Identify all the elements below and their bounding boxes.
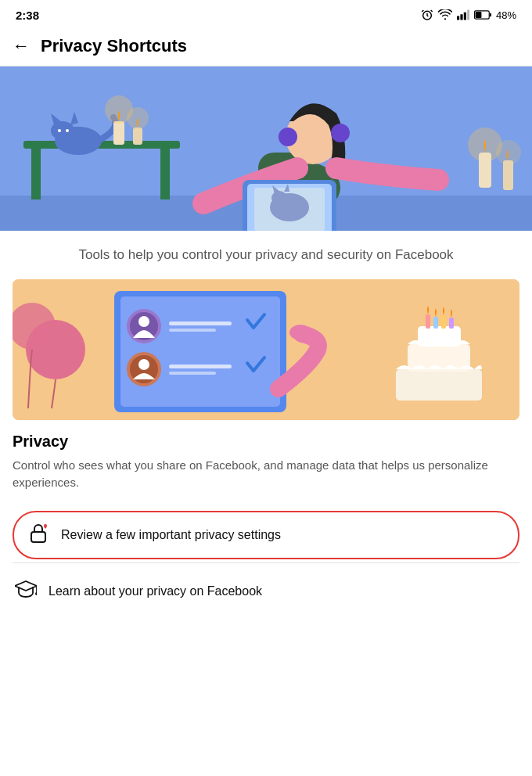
svg-point-27 bbox=[331, 124, 350, 142]
lock-heart-icon bbox=[27, 522, 50, 548]
svg-rect-12 bbox=[160, 149, 170, 199]
svg-rect-59 bbox=[433, 317, 438, 329]
svg-rect-38 bbox=[503, 160, 513, 190]
learn-privacy-text: Learn about your privacy on Facebook bbox=[49, 584, 262, 598]
back-button[interactable]: ← bbox=[13, 38, 30, 55]
svg-rect-4 bbox=[467, 10, 469, 20]
subtitle-text: Tools to help you control your privacy a… bbox=[0, 231, 532, 279]
wifi-icon bbox=[438, 9, 452, 20]
svg-rect-2 bbox=[460, 14, 462, 20]
svg-rect-62 bbox=[31, 532, 45, 542]
svg-rect-60 bbox=[441, 315, 446, 329]
svg-rect-7 bbox=[476, 12, 482, 18]
svg-rect-48 bbox=[169, 329, 216, 332]
svg-point-18 bbox=[66, 129, 69, 132]
svg-rect-37 bbox=[479, 153, 491, 188]
privacy-section: Privacy Control who sees what you share … bbox=[0, 420, 532, 511]
battery-icon bbox=[474, 10, 491, 20]
svg-rect-53 bbox=[169, 372, 216, 375]
status-bar: 2:38 48% bbox=[0, 0, 532, 28]
svg-point-32 bbox=[271, 191, 287, 205]
hero-illustration bbox=[0, 66, 532, 231]
svg-point-26 bbox=[279, 128, 297, 146]
svg-point-46 bbox=[138, 316, 149, 327]
status-icons: 48% bbox=[421, 9, 516, 21]
svg-point-65 bbox=[35, 592, 37, 595]
battery-percent: 48% bbox=[496, 9, 516, 21]
svg-rect-6 bbox=[490, 13, 491, 17]
svg-point-51 bbox=[138, 359, 149, 370]
nav-bar: ← Privacy Shortcuts bbox=[0, 28, 532, 66]
svg-point-54 bbox=[289, 325, 311, 340]
svg-rect-61 bbox=[449, 318, 454, 329]
graduation-cap-icon bbox=[14, 579, 38, 604]
menu-divider-1 bbox=[13, 562, 519, 563]
alarm-icon bbox=[421, 9, 433, 21]
svg-point-17 bbox=[58, 129, 61, 132]
svg-rect-3 bbox=[464, 13, 466, 20]
review-settings-text: Review a few important privacy settings bbox=[61, 528, 281, 542]
svg-rect-1 bbox=[457, 16, 459, 20]
svg-rect-11 bbox=[31, 149, 41, 199]
svg-rect-55 bbox=[396, 369, 482, 401]
svg-rect-47 bbox=[169, 322, 232, 325]
review-settings-item[interactable]: Review a few important privacy settings bbox=[13, 511, 519, 559]
svg-rect-58 bbox=[426, 314, 430, 329]
privacy-illustration bbox=[13, 279, 519, 420]
svg-rect-52 bbox=[169, 365, 232, 368]
privacy-banner bbox=[13, 279, 519, 420]
learn-privacy-item[interactable]: Learn about your privacy on Facebook bbox=[0, 566, 532, 616]
privacy-description: Control who sees what you share on Faceb… bbox=[13, 457, 519, 492]
page-title: Privacy Shortcuts bbox=[41, 36, 187, 56]
privacy-title: Privacy bbox=[13, 433, 519, 451]
svg-rect-21 bbox=[133, 128, 142, 145]
svg-rect-19 bbox=[113, 121, 124, 145]
hero-banner bbox=[0, 66, 532, 231]
signal-icon bbox=[457, 9, 469, 20]
status-time: 2:38 bbox=[16, 9, 39, 22]
